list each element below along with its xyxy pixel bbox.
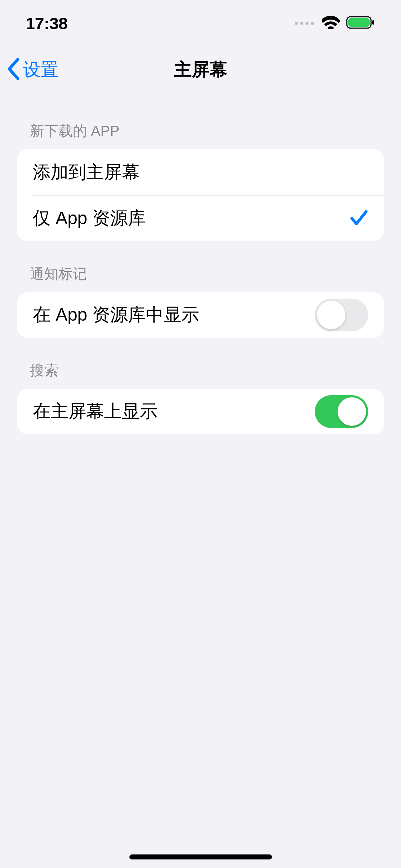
back-button[interactable]: 设置 xyxy=(7,58,58,82)
option-add-to-home[interactable]: 添加到主屏幕 xyxy=(17,149,384,195)
group-badges: 在 App 资源库中显示 xyxy=(17,292,384,338)
section-header-search: 搜索 xyxy=(17,338,384,389)
checkmark-icon xyxy=(350,209,368,228)
chevron-left-icon xyxy=(7,58,20,81)
switch-knob xyxy=(338,397,366,426)
svg-rect-1 xyxy=(348,18,370,27)
status-bar: 17:38 xyxy=(0,0,401,46)
settings-content: 新下载的 APP 添加到主屏幕 仅 App 资源库 通知标记 在 App 资源库… xyxy=(0,93,401,434)
toggle-show-on-home: 在主屏幕上显示 xyxy=(17,389,384,434)
wifi-icon xyxy=(322,16,340,31)
page-title: 主屏幕 xyxy=(174,58,227,82)
switch-app-library-badges[interactable] xyxy=(315,299,368,331)
status-indicators xyxy=(295,15,375,31)
toggle-show-in-app-library: 在 App 资源库中显示 xyxy=(17,292,384,338)
status-time: 17:38 xyxy=(26,14,68,33)
option-label: 添加到主屏幕 xyxy=(33,160,140,184)
switch-show-on-home[interactable] xyxy=(315,395,368,428)
home-indicator[interactable] xyxy=(129,854,272,859)
option-label: 仅 App 资源库 xyxy=(33,206,146,230)
section-header-badges: 通知标记 xyxy=(17,241,384,292)
navigation-bar: 设置 主屏幕 xyxy=(0,46,401,93)
group-new-apps: 添加到主屏幕 仅 App 资源库 xyxy=(17,149,384,241)
battery-icon xyxy=(346,15,375,31)
back-label: 设置 xyxy=(23,58,58,82)
toggle-label: 在 App 资源库中显示 xyxy=(33,303,199,327)
group-search: 在主屏幕上显示 xyxy=(17,389,384,434)
section-header-new-apps: 新下载的 APP xyxy=(17,93,384,149)
toggle-label: 在主屏幕上显示 xyxy=(33,399,158,423)
switch-knob xyxy=(317,301,345,329)
option-app-library-only[interactable]: 仅 App 资源库 xyxy=(17,196,384,241)
svg-rect-2 xyxy=(372,20,374,25)
cellular-dots-icon xyxy=(295,22,314,25)
